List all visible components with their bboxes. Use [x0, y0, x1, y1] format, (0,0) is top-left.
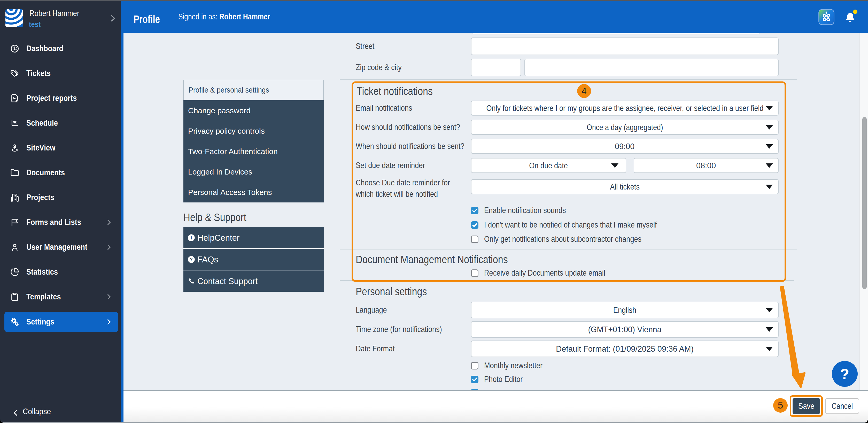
svg-text:i: i: [191, 235, 192, 241]
svg-text:?: ?: [190, 257, 193, 262]
